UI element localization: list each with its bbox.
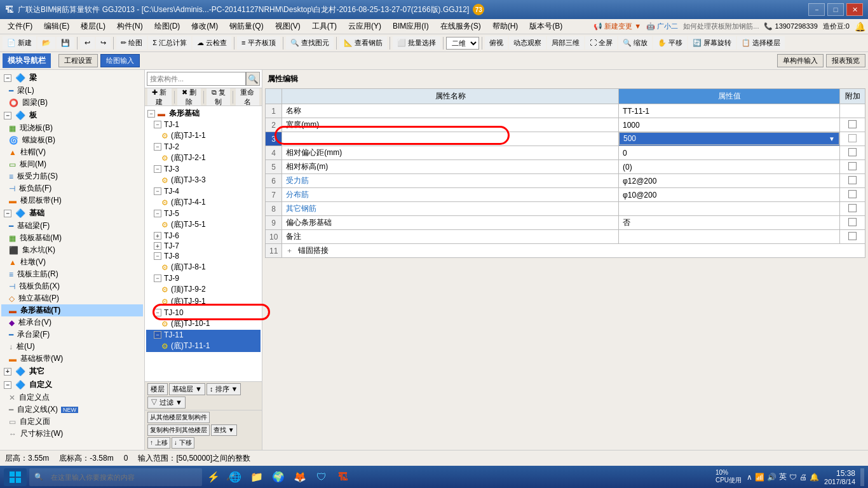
move-down-btn[interactable]: ↓ 下移 — [172, 437, 194, 449]
report-preview-tab[interactable]: 报表预览 — [826, 54, 865, 67]
project-settings-tab[interactable]: 工程设置 — [58, 54, 98, 67]
show-desktop-btn[interactable] — [860, 468, 864, 486]
tj11-1-row[interactable]: ⚙ (底)TJ-11-1 — [146, 340, 261, 352]
delete-comp-btn[interactable]: ✖ 删除 — [177, 88, 201, 106]
tj2-row[interactable]: － TJ-2 — [146, 142, 261, 152]
new-change-btn[interactable]: 📢 新建变更 ▼ — [593, 22, 641, 31]
checkbox-6[interactable] — [848, 176, 857, 184]
beam-expand-icon[interactable]: － — [4, 74, 11, 82]
menu-edit[interactable]: 编辑(E) — [39, 20, 74, 33]
prop-addon-7[interactable] — [840, 188, 865, 202]
section-other[interactable]: + 🔷 其它 — [1, 365, 143, 378]
taskbar-icon-files[interactable]: 📁 — [248, 468, 266, 486]
checkbox-7[interactable] — [848, 190, 857, 198]
nav-custom-face[interactable]: ▭ 自定义面 — [1, 416, 143, 428]
tj4-expand[interactable]: － — [154, 187, 161, 195]
menu-service[interactable]: 在线服务(S) — [435, 20, 486, 33]
slab-expand-icon[interactable]: － — [4, 112, 11, 119]
dropdown-arrow[interactable]: ▼ — [829, 135, 835, 142]
tj8-row[interactable]: － TJ-8 — [146, 251, 261, 261]
tj8-expand[interactable]: － — [154, 252, 161, 260]
prop-addon-4[interactable] — [840, 146, 865, 160]
section-slab[interactable]: － 🔷 板 — [1, 109, 143, 122]
draw-btn[interactable]: ✏ 绘图 — [116, 36, 147, 50]
volume-icon[interactable]: 🔊 — [767, 473, 776, 482]
close-button[interactable]: ✕ — [846, 3, 863, 16]
start-button[interactable] — [4, 468, 27, 486]
tj4-row[interactable]: － TJ-4 — [146, 186, 261, 196]
nav-slab-B[interactable]: ▦ 现浇板(B) — [1, 122, 143, 134]
prop-value-2[interactable]: 1000 — [619, 118, 840, 132]
tj11-row[interactable]: － TJ-11 — [146, 330, 261, 340]
menu-tools[interactable]: 工具(T) — [307, 20, 342, 33]
nav-raft-M[interactable]: ▦ 筏板基础(M) — [1, 232, 143, 244]
tj11-expand[interactable]: － — [154, 331, 161, 339]
find-elem-btn[interactable]: 🔍 查找图元 — [286, 36, 334, 50]
floor-btn[interactable]: 楼层 — [147, 383, 168, 395]
prop-value-4[interactable]: 0 — [619, 146, 840, 160]
nav-cap-V[interactable]: ▲ 柱帽(V) — [1, 146, 143, 158]
menu-bim[interactable]: BIM应用(I) — [388, 20, 434, 33]
nav-strip-T[interactable]: ▬ 条形基础(T) — [1, 304, 143, 316]
menu-view[interactable]: 视图(V) — [270, 20, 306, 33]
menu-component[interactable]: 构件(N) — [112, 20, 148, 33]
prop-value-6[interactable]: φ12@200 — [619, 174, 840, 188]
menu-floor[interactable]: 楼层(L) — [76, 20, 111, 33]
nav-gap-M[interactable]: ▭ 板间(M) — [1, 158, 143, 170]
checkbox-8[interactable] — [848, 204, 857, 212]
nav-tree-scroll[interactable]: － 🔷 梁 ━ 梁(L) ⭕ 圆梁(B) － 🔷 板 — [0, 70, 144, 450]
base-floor-btn[interactable]: 基础层 ▼ — [169, 383, 205, 395]
prop-addon-9[interactable] — [840, 216, 865, 230]
nav-beam-B[interactable]: ⭕ 圆梁(B) — [1, 97, 143, 109]
prop-addon-10[interactable] — [840, 230, 865, 244]
taskbar-icon-vpn[interactable]: 🛡 — [313, 468, 330, 486]
nav-pile-U[interactable]: ↓ 桩(U) — [1, 341, 143, 353]
fullscreen-btn[interactable]: ⛶ 全屏 — [585, 36, 617, 50]
print-icon[interactable]: 🖨 — [799, 473, 807, 482]
copy-from-floor-btn[interactable]: 从其他楼层复制构件 — [147, 412, 210, 423]
taskbar-icon-ie[interactable]: 🌐 — [226, 468, 244, 486]
save-btn[interactable]: 💾 — [57, 37, 74, 49]
tj2-1-row[interactable]: ⚙ (底)TJ-2-1 — [146, 152, 261, 164]
nav-custom-pt[interactable]: ✕ 自定义点 — [1, 391, 143, 403]
checkbox-3[interactable] — [848, 134, 857, 142]
section-custom[interactable]: － 🔷 自定义 — [1, 378, 143, 391]
nav-floor-band-H[interactable]: ▬ 楼层板带(H) — [1, 194, 143, 207]
taskbar-icon-chrome[interactable]: 🌍 — [269, 468, 287, 486]
tj2-expand[interactable]: － — [154, 143, 161, 151]
prop-value-3[interactable]: 500 ▼ — [619, 132, 839, 145]
search-button[interactable]: 🔍 — [246, 72, 260, 86]
tj10-1-row[interactable]: ⚙ (底)TJ-10-1 — [146, 318, 261, 330]
align-slab-btn[interactable]: ≡ 平齐板顶 — [237, 36, 280, 50]
section-beam[interactable]: － 🔷 梁 — [1, 71, 143, 85]
tj3-row[interactable]: － TJ-3 — [146, 164, 261, 174]
tj3-expand[interactable]: － — [154, 165, 161, 173]
notification-tray-icon[interactable]: 🔔 — [810, 473, 819, 482]
prop-addon-2[interactable] — [840, 118, 865, 132]
find-btn[interactable]: 查找 ▼ — [211, 424, 237, 436]
maximize-button[interactable]: □ — [827, 3, 844, 16]
minimize-button[interactable]: － — [808, 3, 825, 16]
nav-neg-rebar-F[interactable]: ⊣ 板负筋(F) — [1, 182, 143, 194]
tj1-1-row[interactable]: ⚙ (底)TJ-1-1 — [146, 130, 261, 142]
network-icon[interactable]: 📶 — [755, 473, 764, 482]
assistant-btn[interactable]: 🤖 广小二 — [646, 22, 678, 31]
taskbar-icon-ggj[interactable]: 🏗 — [334, 468, 352, 486]
tj1-expand[interactable]: － — [154, 121, 161, 128]
tj6-expand[interactable]: + — [154, 232, 161, 240]
zoom-btn[interactable]: 🔍 缩放 — [618, 36, 652, 50]
tj9-expand[interactable]: － — [154, 274, 161, 282]
nav-pile-cap-V[interactable]: ◆ 桩承台(V) — [1, 316, 143, 329]
taskbar-clock[interactable]: 15:38 2017/8/14 — [824, 469, 855, 485]
window-controls[interactable]: － □ ✕ — [808, 3, 863, 16]
checkbox-2[interactable] — [848, 120, 857, 128]
checkbox-9[interactable] — [848, 218, 857, 226]
menu-help[interactable]: 帮助(H) — [487, 20, 524, 33]
nav-found-beam-F[interactable]: ━ 基础梁(F) — [1, 220, 143, 232]
sum-btn[interactable]: Σ 汇总计算 — [148, 36, 191, 50]
found-expand-icon[interactable]: － — [4, 210, 11, 217]
pan-btn[interactable]: ✋ 平移 — [653, 36, 687, 50]
tj3-3-row[interactable]: ⚙ (底)TJ-3-3 — [146, 174, 261, 186]
nav-beam-L[interactable]: ━ 梁(L) — [1, 85, 143, 97]
prop-addon-6[interactable] — [840, 174, 865, 188]
